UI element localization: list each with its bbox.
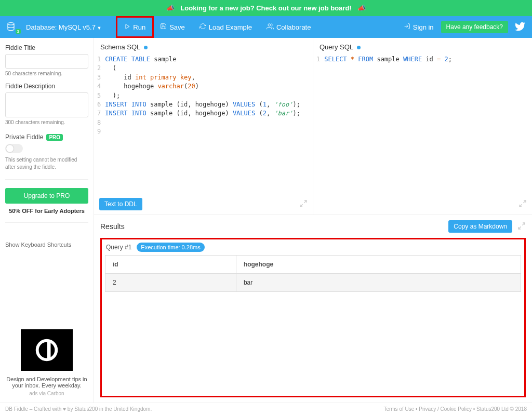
table-header: hogehoge: [236, 256, 521, 274]
run-button[interactable]: Run: [116, 16, 154, 38]
query-title: Query SQL: [320, 43, 353, 51]
fiddle-desc-label: Fiddle Description: [5, 83, 88, 90]
table-cell: bar: [236, 274, 521, 292]
execution-time-badge: Execution time: 0.28ms: [137, 243, 204, 252]
expand-icon[interactable]: [518, 199, 527, 209]
database-select[interactable]: Database: MySQL v5.7: [26, 23, 101, 31]
sidebar: Fiddle Title 50 characters remaining. Fi…: [0, 38, 94, 403]
ad-text: Design and Development tips in your inbo…: [5, 376, 88, 389]
keyboard-shortcuts-link[interactable]: Show Keyboard Shortcuts: [5, 242, 88, 248]
svg-point-2: [37, 341, 57, 360]
signin-button[interactable]: Sign in: [396, 16, 441, 38]
table-header: id: [105, 256, 236, 274]
copy-markdown-button[interactable]: Copy as Markdown: [448, 220, 512, 233]
twitter-icon[interactable]: [514, 21, 526, 34]
announcement-text: Looking for a new job? Check out our new…: [180, 4, 351, 12]
database-icon: 3: [6, 22, 19, 32]
pro-badge: PRO: [46, 134, 63, 141]
table-row: 2bar: [105, 274, 521, 292]
announcement-banner[interactable]: 📣 Looking for a new job? Check out our n…: [0, 0, 532, 16]
modified-dot-icon: [357, 46, 361, 49]
results-table: idhogehoge 2bar: [105, 255, 521, 292]
fiddle-desc-input[interactable]: [5, 92, 88, 117]
private-fiddle-label: Private Fiddle: [5, 133, 43, 141]
modified-dot-icon: [144, 46, 148, 49]
schema-panel: Schema SQL 1 2 3 4 5 6 7 8 9 CREATE TABL…: [94, 38, 313, 215]
collaborate-button[interactable]: Collaborate: [259, 16, 318, 38]
results-panel: Results Copy as Markdown Query #1 Execut…: [94, 215, 532, 403]
footer-left: DB Fiddle – Crafted with ♥ by Status200 …: [5, 406, 152, 412]
footer-right[interactable]: Terms of Use • Privacy / Cookie Policy •…: [383, 406, 527, 412]
svg-rect-3: [47, 341, 51, 360]
feedback-button[interactable]: Have any feedback?: [441, 21, 508, 33]
title-remaining: 50 characters remaining.: [5, 71, 88, 76]
fiddle-title-input[interactable]: [5, 54, 88, 69]
carbon-ad[interactable]: Design and Development tips in your inbo…: [5, 329, 88, 396]
svg-point-0: [8, 23, 14, 25]
query-editor[interactable]: 1 SELECT * FROM sample WHERE id = 2;: [313, 55, 532, 64]
ad-via: ads via Carbon: [5, 391, 88, 396]
save-button[interactable]: Save: [153, 16, 192, 38]
private-note: This setting cannot be modified after sa…: [5, 156, 88, 171]
schema-title: Schema SQL: [100, 43, 140, 51]
announce-icon: 📣: [166, 4, 175, 12]
private-toggle[interactable]: [5, 144, 23, 153]
query-panel: Query SQL 1 SELECT * FROM sample WHERE i…: [313, 38, 532, 215]
upgrade-button[interactable]: Upgrade to PRO: [5, 188, 88, 204]
toolbar: 3 Database: MySQL v5.7 Run Save Load Exa…: [0, 16, 532, 38]
text-to-ddl-button[interactable]: Text to DDL: [99, 198, 142, 210]
refresh-icon: [200, 23, 206, 31]
results-highlight-box: Query #1 Execution time: 0.28ms idhogeho…: [100, 238, 526, 397]
table-cell: 2: [105, 274, 236, 292]
ad-logo: [21, 329, 73, 371]
play-icon: [124, 23, 130, 31]
expand-icon[interactable]: [299, 199, 308, 209]
expand-icon[interactable]: [517, 222, 526, 232]
svg-point-1: [268, 23, 271, 26]
promo-text: 50% OFF for Early Adopters: [5, 208, 88, 214]
login-icon: [404, 23, 410, 31]
db-version-badge: 3: [16, 29, 21, 34]
schema-editor[interactable]: 1 2 3 4 5 6 7 8 9 CREATE TABLE sample ( …: [94, 55, 313, 137]
desc-remaining: 300 characters remaining.: [5, 119, 88, 125]
query-number-label: Query #1: [106, 244, 131, 251]
save-icon: [160, 23, 167, 31]
footer: DB Fiddle – Crafted with ♥ by Status200 …: [0, 403, 532, 415]
users-icon: [267, 23, 274, 32]
announce-icon: 📣: [357, 4, 366, 12]
fiddle-title-label: Fiddle Title: [5, 44, 88, 51]
load-example-button[interactable]: Load Example: [192, 16, 259, 38]
results-title: Results: [100, 222, 125, 231]
